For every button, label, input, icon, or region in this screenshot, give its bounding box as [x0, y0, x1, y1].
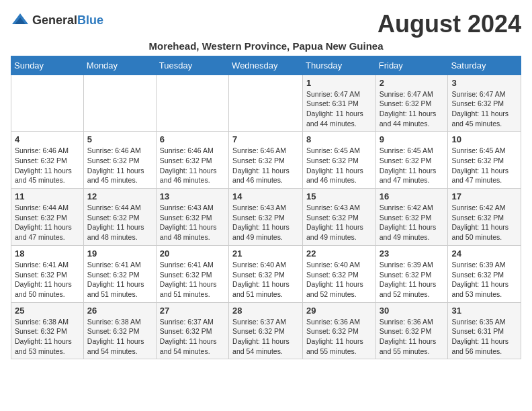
day-number: 9 [380, 134, 445, 144]
day-info: Sunrise: 6:42 AMSunset: 6:32 PMDaylight:… [451, 203, 517, 242]
calendar-week-2: 4Sunrise: 6:46 AMSunset: 6:32 PMDaylight… [11, 132, 521, 189]
calendar-week-5: 25Sunrise: 6:38 AMSunset: 6:32 PMDayligh… [11, 302, 521, 359]
col-saturday: Saturday [448, 56, 521, 75]
day-info: Sunrise: 6:46 AMSunset: 6:32 PMDaylight:… [87, 146, 152, 185]
day-info: Sunrise: 6:40 AMSunset: 6:32 PMDaylight:… [306, 260, 372, 300]
calendar-cell [11, 75, 84, 132]
calendar-cell: 2Sunrise: 6:47 AMSunset: 6:32 PMDaylight… [375, 75, 448, 132]
calendar-cell: 25Sunrise: 6:38 AMSunset: 6:32 PMDayligh… [11, 302, 84, 359]
col-friday: Friday [375, 56, 448, 75]
day-number: 23 [380, 248, 445, 259]
day-number: 27 [160, 306, 225, 316]
day-number: 7 [232, 134, 299, 144]
day-number: 4 [15, 134, 80, 144]
calendar-cell: 5Sunrise: 6:46 AMSunset: 6:32 PMDaylight… [83, 132, 156, 189]
calendar-cell [229, 75, 303, 132]
calendar-cell: 16Sunrise: 6:42 AMSunset: 6:32 PMDayligh… [375, 189, 448, 246]
calendar-cell: 12Sunrise: 6:44 AMSunset: 6:32 PMDayligh… [83, 189, 156, 246]
calendar-cell [83, 75, 156, 132]
calendar-week-4: 18Sunrise: 6:41 AMSunset: 6:32 PMDayligh… [11, 245, 521, 302]
day-number: 30 [380, 306, 445, 316]
day-info: Sunrise: 6:38 AMSunset: 6:32 PMDaylight:… [15, 317, 80, 357]
day-number: 25 [15, 306, 80, 316]
day-info: Sunrise: 6:41 AMSunset: 6:32 PMDaylight:… [15, 260, 80, 300]
day-number: 1 [306, 78, 372, 88]
calendar-cell [156, 75, 228, 132]
logo-general: GeneralBlue [32, 14, 103, 27]
calendar-cell: 10Sunrise: 6:45 AMSunset: 6:32 PMDayligh… [448, 132, 521, 189]
day-info: Sunrise: 6:39 AMSunset: 6:32 PMDaylight:… [380, 260, 445, 300]
calendar-week-3: 11Sunrise: 6:44 AMSunset: 6:32 PMDayligh… [11, 189, 521, 246]
calendar-cell: 3Sunrise: 6:47 AMSunset: 6:32 PMDaylight… [448, 75, 521, 132]
calendar-cell: 22Sunrise: 6:40 AMSunset: 6:32 PMDayligh… [303, 245, 376, 302]
day-number: 21 [232, 248, 299, 259]
day-number: 8 [306, 134, 372, 144]
day-number: 2 [380, 78, 445, 88]
calendar-cell: 15Sunrise: 6:43 AMSunset: 6:32 PMDayligh… [303, 189, 376, 246]
day-info: Sunrise: 6:47 AMSunset: 6:31 PMDaylight:… [306, 89, 372, 129]
calendar-cell: 9Sunrise: 6:45 AMSunset: 6:32 PMDaylight… [375, 132, 448, 189]
calendar-cell: 30Sunrise: 6:36 AMSunset: 6:32 PMDayligh… [375, 302, 448, 359]
day-info: Sunrise: 6:37 AMSunset: 6:32 PMDaylight:… [232, 317, 299, 357]
day-info: Sunrise: 6:46 AMSunset: 6:32 PMDaylight:… [15, 146, 80, 185]
day-info: Sunrise: 6:44 AMSunset: 6:32 PMDaylight:… [87, 203, 152, 242]
calendar-cell: 18Sunrise: 6:41 AMSunset: 6:32 PMDayligh… [11, 245, 84, 302]
calendar-cell: 31Sunrise: 6:35 AMSunset: 6:31 PMDayligh… [448, 302, 521, 359]
day-info: Sunrise: 6:41 AMSunset: 6:32 PMDaylight:… [160, 260, 225, 300]
col-wednesday: Wednesday [229, 56, 303, 75]
calendar-week-1: 1Sunrise: 6:47 AMSunset: 6:31 PMDaylight… [11, 75, 521, 132]
day-info: Sunrise: 6:35 AMSunset: 6:31 PMDaylight:… [451, 317, 517, 357]
calendar-cell: 13Sunrise: 6:43 AMSunset: 6:32 PMDayligh… [156, 189, 228, 246]
col-monday: Monday [83, 56, 156, 75]
calendar-cell: 14Sunrise: 6:43 AMSunset: 6:32 PMDayligh… [229, 189, 303, 246]
day-number: 19 [87, 248, 152, 259]
day-info: Sunrise: 6:46 AMSunset: 6:32 PMDaylight:… [160, 146, 225, 185]
month-year: August 2024 [378, 11, 521, 38]
day-number: 17 [451, 191, 517, 201]
day-info: Sunrise: 6:43 AMSunset: 6:32 PMDaylight:… [160, 203, 225, 242]
day-info: Sunrise: 6:40 AMSunset: 6:32 PMDaylight:… [232, 260, 299, 300]
logo-icon [11, 11, 30, 30]
calendar-cell: 20Sunrise: 6:41 AMSunset: 6:32 PMDayligh… [156, 245, 228, 302]
calendar-cell: 29Sunrise: 6:36 AMSunset: 6:32 PMDayligh… [303, 302, 376, 359]
logo: GeneralBlue [11, 11, 103, 30]
day-info: Sunrise: 6:43 AMSunset: 6:32 PMDaylight:… [306, 203, 372, 242]
col-thursday: Thursday [303, 56, 376, 75]
calendar-cell: 7Sunrise: 6:46 AMSunset: 6:32 PMDaylight… [229, 132, 303, 189]
day-number: 29 [306, 306, 372, 316]
day-info: Sunrise: 6:41 AMSunset: 6:32 PMDaylight:… [87, 260, 152, 300]
day-number: 22 [306, 248, 372, 259]
day-info: Sunrise: 6:44 AMSunset: 6:32 PMDaylight:… [15, 203, 80, 242]
calendar-header-row: Sunday Monday Tuesday Wednesday Thursday… [11, 56, 521, 75]
calendar-table: Sunday Monday Tuesday Wednesday Thursday… [11, 56, 521, 360]
calendar-cell: 17Sunrise: 6:42 AMSunset: 6:32 PMDayligh… [448, 189, 521, 246]
day-number: 28 [232, 306, 299, 316]
day-info: Sunrise: 6:39 AMSunset: 6:32 PMDaylight:… [451, 260, 517, 300]
day-info: Sunrise: 6:36 AMSunset: 6:32 PMDaylight:… [306, 317, 372, 357]
day-number: 20 [160, 248, 225, 259]
day-info: Sunrise: 6:45 AMSunset: 6:32 PMDaylight:… [451, 146, 517, 185]
page-header: GeneralBlue August 2024 [11, 11, 521, 38]
calendar-cell: 24Sunrise: 6:39 AMSunset: 6:32 PMDayligh… [448, 245, 521, 302]
day-number: 3 [451, 78, 517, 88]
col-tuesday: Tuesday [156, 56, 228, 75]
day-info: Sunrise: 6:45 AMSunset: 6:32 PMDaylight:… [380, 146, 445, 185]
day-info: Sunrise: 6:42 AMSunset: 6:32 PMDaylight:… [380, 203, 445, 242]
calendar-cell: 26Sunrise: 6:38 AMSunset: 6:32 PMDayligh… [83, 302, 156, 359]
day-number: 6 [160, 134, 225, 144]
calendar-cell: 8Sunrise: 6:45 AMSunset: 6:32 PMDaylight… [303, 132, 376, 189]
day-number: 18 [15, 248, 80, 259]
calendar-cell: 27Sunrise: 6:37 AMSunset: 6:32 PMDayligh… [156, 302, 228, 359]
calendar-cell: 1Sunrise: 6:47 AMSunset: 6:31 PMDaylight… [303, 75, 376, 132]
day-number: 16 [380, 191, 445, 201]
day-number: 11 [15, 191, 80, 201]
day-number: 26 [87, 306, 152, 316]
calendar-cell: 4Sunrise: 6:46 AMSunset: 6:32 PMDaylight… [11, 132, 84, 189]
calendar-cell: 11Sunrise: 6:44 AMSunset: 6:32 PMDayligh… [11, 189, 84, 246]
day-info: Sunrise: 6:46 AMSunset: 6:32 PMDaylight:… [232, 146, 299, 185]
calendar-cell: 6Sunrise: 6:46 AMSunset: 6:32 PMDaylight… [156, 132, 228, 189]
day-info: Sunrise: 6:36 AMSunset: 6:32 PMDaylight:… [380, 317, 445, 357]
day-info: Sunrise: 6:47 AMSunset: 6:32 PMDaylight:… [451, 89, 517, 129]
day-number: 10 [451, 134, 517, 144]
day-number: 31 [451, 306, 517, 316]
